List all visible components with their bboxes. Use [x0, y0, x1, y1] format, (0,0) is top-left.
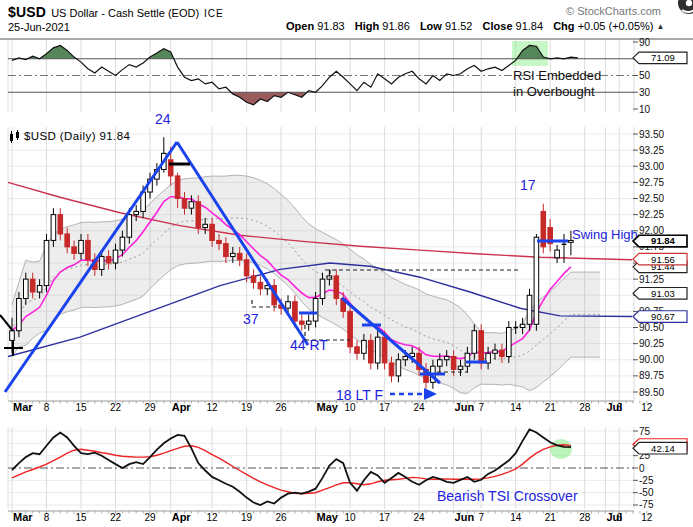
candle: [72, 247, 77, 253]
x-axis-label: 12: [207, 402, 219, 413]
candle: [472, 331, 477, 354]
candle: [300, 321, 305, 324]
chart-type-icon: [10, 130, 19, 143]
candle: [313, 298, 318, 321]
candle: [534, 237, 539, 324]
x-axis-label: Mar: [13, 401, 33, 413]
candle: [79, 240, 84, 253]
x-axis-label: 22: [110, 512, 122, 523]
x-axis-label: 6: [616, 512, 622, 523]
price-tag-value: 91.84: [651, 235, 675, 246]
price-tick: 89.50: [639, 387, 664, 398]
price-tag-value: 91.03: [651, 288, 675, 299]
price-tick: 92.25: [639, 209, 664, 220]
x-axis-label: 29: [144, 402, 156, 413]
candle: [520, 324, 525, 327]
x-axis-label: 26: [276, 512, 288, 523]
candle: [293, 302, 298, 321]
x-axis-label: 24: [414, 512, 426, 523]
annotation-text: 37: [243, 311, 259, 327]
x-axis-label: May: [317, 401, 339, 413]
arrow-head: [424, 388, 437, 400]
candle: [507, 328, 512, 357]
chart-canvas: 243744 RT18 LT F17Swing HighRSI Embedded…: [0, 0, 693, 527]
candle: [389, 363, 394, 376]
candle: [99, 257, 104, 270]
candle: [37, 286, 42, 292]
tsi-tick: 75: [639, 426, 651, 437]
tsi-value-tag-value: 42.14: [651, 443, 675, 454]
rsi-value-tag-value: 71.09: [651, 52, 675, 63]
x-axis-label: 28: [579, 512, 591, 523]
x-axis-label: 14: [510, 402, 522, 413]
candle: [58, 215, 63, 234]
candle: [438, 360, 443, 366]
candle: [244, 260, 249, 276]
x-axis-label: 28: [579, 402, 591, 413]
candle: [479, 331, 484, 363]
price-tick: 92.75: [639, 177, 664, 188]
candle: [231, 253, 236, 256]
x-axis-label: 19: [241, 402, 253, 413]
price-tick: 93.00: [639, 161, 664, 172]
candle: [224, 244, 229, 257]
candle: [113, 250, 118, 263]
x-axis-label: 6: [616, 402, 622, 413]
candle: [362, 340, 367, 353]
x-axis-label: 10: [345, 402, 357, 413]
candle: [168, 160, 173, 176]
candle: [500, 350, 505, 356]
candle: [458, 366, 463, 369]
price-tick: 92.50: [639, 193, 664, 204]
x-axis-label: 24: [414, 402, 426, 413]
x-axis-label: 21: [545, 512, 557, 523]
rsi-tick: 10: [639, 104, 651, 115]
candle: [451, 357, 456, 370]
x-axis-label: 26: [276, 402, 288, 413]
tsi-signal-line: [12, 445, 571, 494]
price-tick: 93.25: [639, 145, 664, 156]
x-axis-label: Apr: [172, 511, 192, 523]
x-axis-label: 7: [478, 402, 484, 413]
candle: [355, 347, 360, 353]
x-axis-label: 19: [241, 512, 253, 523]
candle: [30, 279, 35, 292]
x-axis-label: 8: [44, 402, 50, 413]
x-axis-label: 21: [545, 402, 557, 413]
x-axis-label: Jun: [455, 511, 475, 523]
price-tick: 89.75: [639, 370, 664, 381]
price-tick: 90.25: [639, 338, 664, 349]
main-chart-label: $USD (Daily) 91.84: [24, 130, 130, 142]
candle: [334, 276, 339, 299]
annotation-text: 24: [155, 111, 171, 127]
candle: [127, 215, 132, 238]
candle: [210, 224, 215, 240]
rsi-tick: 30: [639, 87, 651, 98]
candle: [403, 357, 408, 360]
x-axis-label: 17: [379, 402, 391, 413]
x-axis-label: 12: [641, 402, 653, 413]
candle: [237, 253, 242, 259]
candle: [251, 276, 256, 282]
x-axis-label: May: [317, 511, 339, 523]
candle: [86, 240, 91, 259]
x-axis-label: Apr: [172, 401, 192, 413]
price-tag-value: 90.67: [651, 311, 675, 322]
annotation-text: RSI Embedded: [513, 68, 601, 83]
candle: [120, 237, 125, 250]
candle: [396, 360, 401, 376]
candle: [17, 298, 22, 330]
candle: [24, 279, 29, 298]
candle: [203, 224, 208, 227]
candle: [175, 176, 180, 199]
rsi-tick: 90: [639, 37, 651, 48]
candle: [369, 340, 374, 363]
tsi-crossover-highlight: [550, 439, 572, 459]
x-axis-label: 7: [478, 512, 484, 523]
x-axis-label: Jun: [455, 401, 475, 413]
tsi-tick: -75: [639, 499, 654, 510]
chart-page: $USDUS Dollar - Cash Settle (EOD)ICE © S…: [0, 0, 693, 527]
annotation-text: in Overbought: [513, 84, 595, 99]
tsi-tick: 0: [639, 463, 645, 474]
x-axis-label: 17: [379, 512, 391, 523]
